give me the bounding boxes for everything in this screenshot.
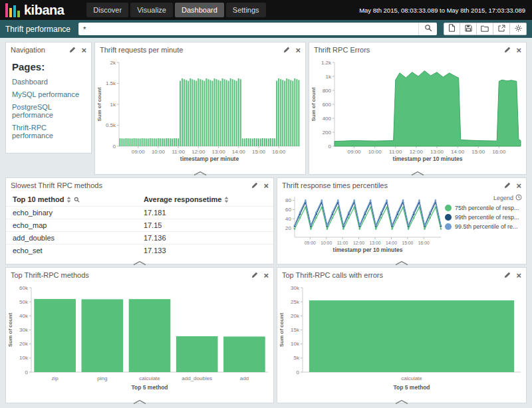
- svg-text:200: 200: [323, 130, 332, 136]
- legend-item[interactable]: 75th percentile of resp...: [445, 205, 522, 211]
- nav-tab-settings[interactable]: Settings: [226, 3, 266, 17]
- svg-text:Top 5 method: Top 5 method: [131, 384, 168, 391]
- close-panel-icon[interactable]: ×: [263, 181, 269, 190]
- top-errors-bar-chart: 05k10k15k20k25k30kSum of countTop 5 meth…: [277, 282, 526, 395]
- new-dashboard-icon: [448, 24, 456, 34]
- legend-label: 99.5th percentile of re...: [455, 223, 518, 230]
- table-row: echo_map17.15: [6, 219, 273, 232]
- svg-text:Sum of count: Sum of count: [7, 313, 13, 347]
- legend-toggle[interactable]: Legend: [445, 194, 522, 202]
- close-panel-icon[interactable]: ×: [81, 46, 86, 54]
- svg-text:timestamp per 10 minutes: timestamp per 10 minutes: [333, 247, 403, 253]
- svg-text:09:00: 09:00: [132, 149, 146, 155]
- panel-header: Navigation ×: [6, 43, 91, 57]
- svg-text:Top 5 method: Top 5 method: [393, 384, 430, 391]
- collapse-caret[interactable]: [131, 256, 148, 264]
- svg-text:80: 80: [285, 197, 291, 203]
- svg-text:40: 40: [285, 216, 291, 222]
- panel-thrift-rpc-errors: Thrift RPC Errors × 02004006008001k1.2k0…: [309, 42, 527, 175]
- svg-text:10k: 10k: [19, 355, 29, 361]
- edit-panel-icon[interactable]: [504, 182, 511, 189]
- svg-text:zip: zip: [51, 375, 59, 381]
- svg-text:add: add: [240, 375, 249, 381]
- svg-text:0: 0: [297, 369, 300, 375]
- svg-text:10:00: 10:00: [368, 149, 382, 155]
- legend-items: 75th percentile of resp...99th percentil…: [445, 205, 522, 230]
- edit-panel-icon[interactable]: [69, 47, 76, 53]
- legend-item[interactable]: 99th percentile of resp...: [445, 214, 522, 221]
- svg-text:20k: 20k: [19, 341, 29, 347]
- svg-text:400: 400: [323, 116, 332, 122]
- svg-text:11:00: 11:00: [389, 149, 402, 155]
- query-input[interactable]: [78, 23, 418, 35]
- svg-text:09:00: 09:00: [305, 241, 316, 245]
- options-button[interactable]: [510, 23, 527, 35]
- close-panel-icon[interactable]: ×: [295, 46, 301, 54]
- panel-header: Thrift RPC Errors ×: [309, 43, 526, 57]
- collapse-caret[interactable]: [192, 167, 209, 174]
- edit-panel-icon[interactable]: [504, 47, 511, 53]
- svg-text:13:00: 13:00: [212, 149, 226, 155]
- top-methods-bar-chart: 010k20k30k40k50k60kSum of countTop 5 met…: [6, 282, 273, 395]
- page-link[interactable]: MySQL performance: [12, 90, 85, 98]
- close-panel-icon[interactable]: ×: [263, 271, 269, 280]
- svg-text:1.2k: 1.2k: [321, 60, 332, 66]
- time-range-picker[interactable]: May 8th 2015, 08:03:33.089 to May 8th 20…: [359, 7, 532, 14]
- svg-text:0: 0: [113, 144, 116, 150]
- legend-clock-icon: [515, 194, 522, 202]
- panel-response-times-percentiles: Thrift response times percentiles × 2040…: [277, 177, 527, 264]
- load-dashboard-button[interactable]: [477, 23, 493, 35]
- svg-text:calculate: calculate: [401, 375, 422, 381]
- collapse-caret[interactable]: [409, 167, 426, 174]
- svg-text:40k: 40k: [19, 313, 29, 319]
- svg-text:13:00: 13:00: [369, 241, 380, 245]
- edit-panel-icon[interactable]: [251, 182, 258, 189]
- svg-text:15:00: 15:00: [471, 149, 485, 155]
- svg-text:60k: 60k: [19, 285, 29, 291]
- collapse-caret[interactable]: [393, 395, 410, 403]
- svg-text:13:00: 13:00: [430, 149, 444, 155]
- svg-text:0: 0: [25, 369, 29, 375]
- edit-panel-icon[interactable]: [504, 272, 511, 278]
- page-link[interactable]: Thrift-RPC performance: [12, 124, 85, 140]
- svg-text:60: 60: [285, 207, 291, 213]
- column-header-method[interactable]: Top 10 method: [6, 193, 137, 207]
- collapse-caret[interactable]: [393, 256, 410, 264]
- share-icon: [498, 24, 505, 34]
- new-dashboard-button[interactable]: [444, 23, 460, 35]
- legend-item[interactable]: 99.5th percentile of re...: [445, 223, 522, 230]
- panel-title: Navigation: [11, 46, 69, 54]
- close-panel-icon[interactable]: ×: [516, 271, 521, 280]
- filter-magnifier-icon: [71, 195, 80, 203]
- nav-tab-discover[interactable]: Discover: [86, 3, 128, 17]
- page-link[interactable]: PostgreSQL performance: [12, 103, 85, 119]
- svg-text:09:00: 09:00: [348, 149, 362, 155]
- chart-legend: Legend 75th percentile of resp...99th pe…: [445, 193, 526, 256]
- search-button[interactable]: [418, 23, 437, 35]
- edit-panel-icon[interactable]: [251, 272, 258, 278]
- page-link[interactable]: Dashboard: [12, 78, 85, 86]
- save-dashboard-button[interactable]: [460, 23, 477, 35]
- svg-text:14:00: 14:00: [386, 241, 397, 245]
- svg-text:11:00: 11:00: [172, 149, 185, 155]
- panel-thrift-requests-per-minute: Thrift requests per minute × 00.5k1k1.5k…: [94, 42, 306, 175]
- sort-icon: [221, 195, 229, 203]
- svg-text:timestamp per minute: timestamp per minute: [180, 155, 239, 162]
- svg-text:800: 800: [323, 88, 332, 94]
- save-icon: [465, 24, 472, 34]
- close-panel-icon[interactable]: ×: [516, 181, 521, 190]
- kibana-logo[interactable]: kibana: [0, 3, 72, 18]
- svg-text:15k: 15k: [291, 327, 300, 333]
- close-panel-icon[interactable]: ×: [516, 46, 521, 54]
- collapse-caret[interactable]: [131, 395, 148, 403]
- panel-header: Slowest Thrift RPC methods ×: [6, 178, 273, 193]
- svg-text:10:00: 10:00: [152, 149, 166, 155]
- edit-panel-icon[interactable]: [283, 47, 290, 53]
- share-dashboard-button[interactable]: [493, 23, 510, 35]
- nav-tab-dashboard[interactable]: Dashboard: [175, 3, 224, 17]
- logo-text: kibana: [24, 3, 64, 18]
- nav-tab-visualize[interactable]: Visualize: [130, 3, 173, 17]
- panel-header: Thrift response times percentiles ×: [277, 178, 526, 193]
- column-header-responsetime[interactable]: Average responsetime: [137, 193, 273, 207]
- svg-text:600: 600: [323, 102, 332, 108]
